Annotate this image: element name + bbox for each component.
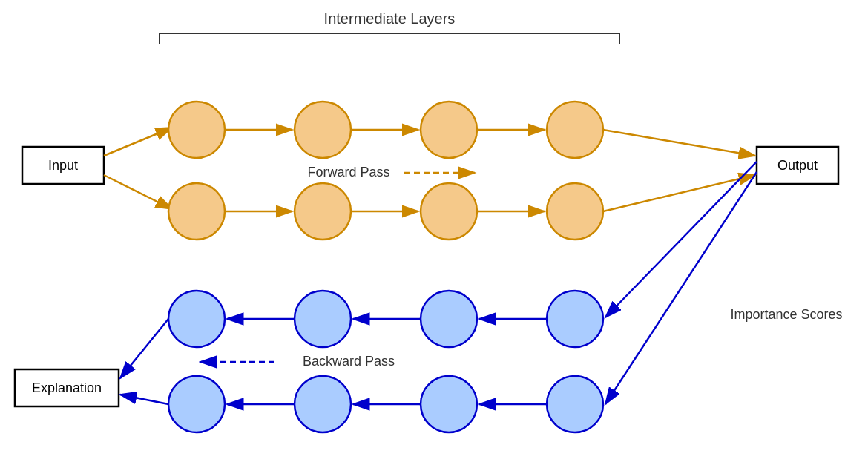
forward-top-node-2: [295, 102, 351, 158]
backward-bottom-node-2: [295, 376, 351, 432]
backward-top-node-3: [421, 291, 477, 347]
output-to-backward-top: [605, 162, 757, 317]
neural-network-diagram: Intermediate Layers Input Output: [0, 0, 868, 465]
forward-top-to-output: [603, 130, 755, 156]
backward-pass-label: Backward Pass: [303, 354, 395, 369]
backward-bottom-to-explanation: [120, 395, 168, 404]
intermediate-layers-brace: [160, 33, 619, 44]
forward-bottom-to-output: [603, 175, 755, 211]
forward-pass-label: Forward Pass: [307, 165, 389, 179]
output-label: Output: [777, 158, 818, 173]
output-to-backward-bottom: [605, 172, 757, 404]
forward-bottom-node-3: [421, 183, 477, 240]
backward-top-node-1: [168, 291, 225, 347]
forward-bottom-node-2: [295, 183, 351, 240]
backward-top-node-4: [547, 291, 603, 347]
forward-top-node-1: [168, 102, 225, 158]
forward-bottom-node-1: [168, 183, 225, 240]
backward-top-node-2: [295, 291, 351, 347]
forward-bottom-node-4: [547, 183, 603, 240]
intermediate-layers-label: Intermediate Layers: [324, 10, 456, 27]
input-to-bottom-row1: [104, 175, 172, 209]
backward-bottom-node-1: [168, 376, 225, 432]
backward-bottom-node-4: [547, 376, 603, 432]
backward-bottom-node-3: [421, 376, 477, 432]
forward-top-node-4: [547, 102, 603, 158]
forward-top-node-3: [421, 102, 477, 158]
explanation-label: Explanation: [32, 380, 102, 395]
input-to-top-row1: [104, 128, 172, 156]
input-label: Input: [48, 158, 78, 173]
backward-top-to-explanation: [120, 319, 168, 378]
importance-scores-label: Importance Scores: [730, 307, 842, 322]
